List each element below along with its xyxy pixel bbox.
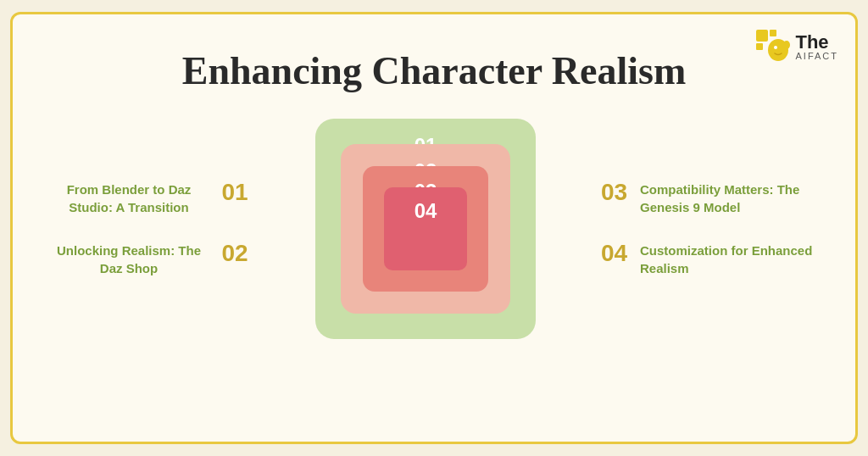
center-diagram: 01 02 03 04	[259, 119, 593, 339]
main-card: The AIFACT Enhancing Character Realism F…	[10, 12, 858, 444]
list-item: 03 Compatibility Matters: The Genesis 9 …	[601, 181, 821, 216]
item-3-number: 03	[601, 181, 632, 204]
list-item: From Blender to Daz Studio: A Transition…	[47, 181, 250, 216]
item-1-text: From Blender to Daz Studio: A Transition	[47, 181, 211, 216]
item-3-label: Compatibility Matters: The Genesis 9 Mod…	[640, 181, 821, 216]
item-2-text: Unlocking Realism: The Daz Shop	[47, 242, 211, 277]
logo: The AIFACT	[754, 28, 838, 65]
left-items: From Blender to Daz Studio: A Transition…	[47, 181, 250, 277]
svg-rect-1	[770, 30, 776, 36]
item-4-number: 04	[601, 242, 632, 265]
svg-point-4	[783, 41, 790, 49]
logo-icon	[754, 28, 792, 65]
right-items: 03 Compatibility Matters: The Genesis 9 …	[601, 181, 821, 277]
logo-the-text: The	[795, 33, 838, 52]
box-4-number: 04	[415, 199, 437, 223]
item-2-number: 02	[220, 242, 250, 265]
list-item: 04 Customization for Enhanced Realism	[601, 242, 821, 277]
item-4-label: Customization for Enhanced Realism	[640, 242, 821, 277]
logo-text: The AIFACT	[795, 33, 838, 61]
svg-rect-0	[756, 30, 768, 42]
page-title: Enhancing Character Realism	[47, 48, 821, 93]
item-2-label: Unlocking Realism: The Daz Shop	[57, 243, 201, 275]
item-1-label: From Blender to Daz Studio: A Transition	[67, 182, 192, 214]
nested-boxes: 01 02 03 04	[315, 119, 536, 339]
logo-aifact-text: AIFACT	[795, 52, 838, 61]
svg-rect-2	[756, 43, 763, 50]
item-1-number: 01	[220, 181, 250, 204]
box-4: 04	[384, 187, 467, 270]
svg-point-5	[774, 46, 777, 49]
list-item: Unlocking Realism: The Daz Shop 02	[47, 242, 250, 277]
content-area: From Blender to Daz Studio: A Transition…	[47, 119, 821, 339]
